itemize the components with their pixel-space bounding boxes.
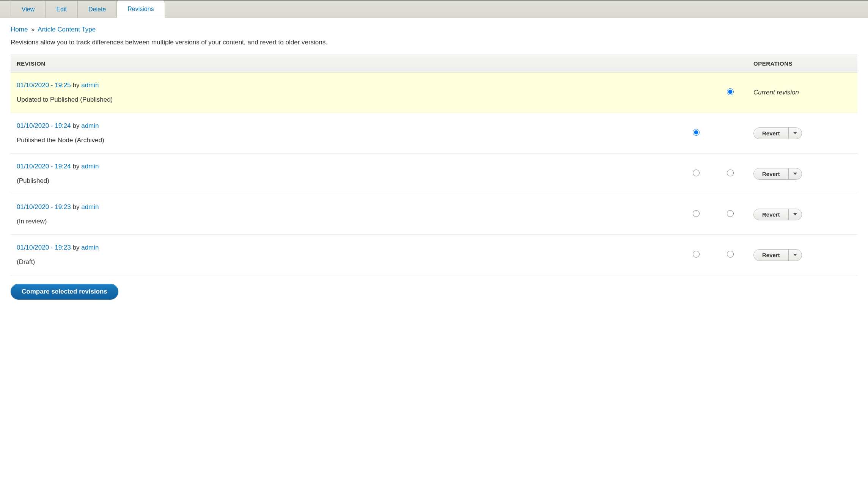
revision-datetime-link[interactable]: 01/10/2020 - 19:24	[17, 122, 71, 129]
by-text: by	[72, 82, 79, 89]
revert-button-group: Revert	[753, 249, 802, 261]
tabs-bar: View Edit Delete Revisions	[0, 0, 868, 18]
col-header-revision: REVISION	[11, 55, 679, 72]
revert-dropdown-toggle[interactable]	[789, 209, 802, 220]
revert-dropdown-toggle[interactable]	[789, 128, 802, 139]
revert-button[interactable]: Revert	[754, 209, 789, 220]
operations-cell: Current revision	[747, 72, 857, 113]
table-row: 01/10/2020 - 19:24 by admin Published th…	[11, 113, 857, 154]
revert-button-group: Revert	[753, 209, 802, 220]
revision-info: 01/10/2020 - 19:24 by admin (Published)	[11, 154, 679, 194]
col-header-radio-a	[679, 55, 713, 72]
revision-author-link[interactable]: admin	[81, 122, 99, 129]
by-text: by	[72, 163, 79, 170]
revision-author-link[interactable]: admin	[81, 163, 99, 170]
table-row: 01/10/2020 - 19:23 by admin (In review) …	[11, 194, 857, 235]
chevron-down-icon	[793, 132, 797, 134]
revision-info: 01/10/2020 - 19:24 by admin Published th…	[11, 113, 679, 154]
compare-radio-left[interactable]	[693, 251, 700, 258]
revision-info: 01/10/2020 - 19:23 by admin (In review)	[11, 194, 679, 235]
revision-author-link[interactable]: admin	[81, 82, 99, 89]
chevron-down-icon	[793, 213, 797, 215]
revision-info: 01/10/2020 - 19:25 by admin Updated to P…	[11, 72, 679, 113]
revision-author-link[interactable]: admin	[81, 244, 99, 251]
breadcrumb-home[interactable]: Home	[11, 26, 28, 33]
by-text: by	[72, 122, 79, 129]
revision-note: Published the Node (Archived)	[17, 137, 673, 144]
col-header-operations: OPERATIONS	[747, 55, 857, 72]
tab-revisions[interactable]: Revisions	[116, 0, 165, 18]
revision-info: 01/10/2020 - 19:23 by admin (Draft)	[11, 235, 679, 275]
compare-radio-right[interactable]	[727, 210, 734, 217]
tab-view[interactable]: View	[11, 1, 46, 18]
table-row: 01/10/2020 - 19:25 by admin Updated to P…	[11, 72, 857, 113]
chevron-down-icon	[793, 254, 797, 256]
revert-dropdown-toggle[interactable]	[789, 250, 802, 261]
content-area: Home » Article Content Type Revisions al…	[0, 18, 868, 315]
compare-radio-right[interactable]	[727, 170, 734, 176]
revision-author-link[interactable]: admin	[81, 203, 99, 211]
tab-delete[interactable]: Delete	[77, 1, 117, 18]
chevron-down-icon	[793, 173, 797, 175]
compare-radio-right[interactable]	[727, 88, 734, 95]
by-text: by	[72, 244, 79, 251]
revision-note: (In review)	[17, 218, 673, 225]
revision-note: (Draft)	[17, 258, 673, 266]
table-row: 01/10/2020 - 19:23 by admin (Draft) Reve…	[11, 235, 857, 275]
radio-cell-b	[713, 72, 747, 113]
compare-radio-left[interactable]	[693, 210, 700, 217]
compare-radio-left[interactable]	[693, 170, 700, 176]
revert-button-group: Revert	[753, 127, 802, 139]
revert-dropdown-toggle[interactable]	[789, 168, 802, 179]
revision-datetime-link[interactable]: 01/10/2020 - 19:25	[17, 82, 71, 89]
col-header-radio-b	[713, 55, 747, 72]
current-revision-label: Current revision	[753, 89, 799, 96]
revision-datetime-link[interactable]: 01/10/2020 - 19:24	[17, 163, 71, 170]
table-row: 01/10/2020 - 19:24 by admin (Published) …	[11, 154, 857, 194]
by-text: by	[72, 203, 79, 211]
compare-radio-right[interactable]	[727, 251, 734, 258]
revision-datetime-link[interactable]: 01/10/2020 - 19:23	[17, 203, 71, 211]
radio-cell-a	[679, 72, 713, 113]
page-description: Revisions allow you to track differences…	[11, 39, 857, 46]
tab-edit[interactable]: Edit	[45, 1, 78, 18]
revisions-table: REVISION OPERATIONS 01/10/2020 - 19:25 b…	[11, 55, 857, 275]
revert-button[interactable]: Revert	[754, 168, 789, 179]
revert-button-group: Revert	[753, 168, 802, 180]
revert-button[interactable]: Revert	[754, 128, 789, 139]
revision-note: (Published)	[17, 177, 673, 185]
compare-radio-left[interactable]	[693, 129, 700, 136]
revert-button[interactable]: Revert	[754, 250, 789, 261]
breadcrumb-separator: »	[31, 26, 35, 33]
breadcrumb: Home » Article Content Type	[11, 26, 857, 33]
breadcrumb-title[interactable]: Article Content Type	[38, 26, 96, 33]
compare-selected-revisions-button[interactable]: Compare selected revisions	[11, 284, 118, 300]
revision-datetime-link[interactable]: 01/10/2020 - 19:23	[17, 244, 71, 251]
revision-note: Updated to Published (Published)	[17, 96, 673, 104]
